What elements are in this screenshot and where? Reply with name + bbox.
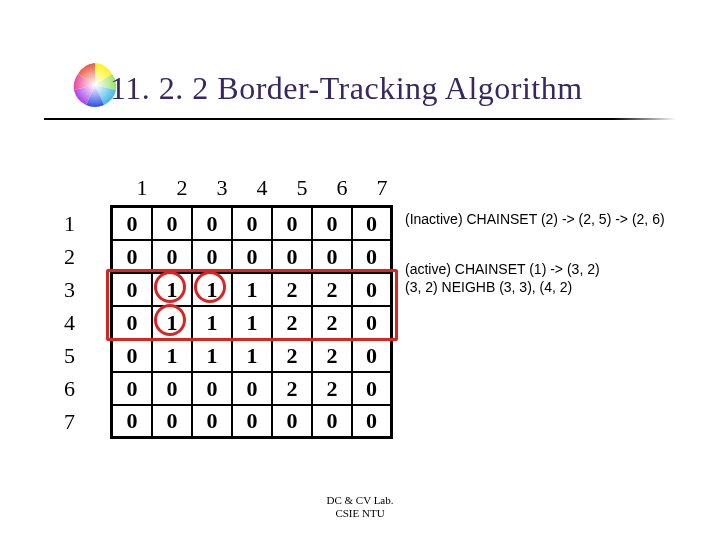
note-active-chainset: (active) CHAINSET (1) -> (3, 2) (3, 2) N… bbox=[405, 260, 600, 296]
grid-cell: 0 bbox=[113, 340, 153, 373]
grid-cell: 0 bbox=[353, 241, 393, 274]
grid-cell: 0 bbox=[313, 208, 353, 241]
slide-title: 11. 2. 2 Border-Tracking Algorithm bbox=[110, 70, 583, 107]
row-header: 5 bbox=[64, 339, 75, 372]
grid-row: 0000000 bbox=[113, 406, 393, 439]
grid-cell: 2 bbox=[313, 340, 353, 373]
grid-cell: 0 bbox=[113, 241, 153, 274]
row-header: 6 bbox=[64, 372, 75, 405]
col-header: 7 bbox=[362, 175, 402, 201]
grid-cell: 0 bbox=[193, 373, 233, 406]
column-headers: 1 2 3 4 5 6 7 bbox=[122, 175, 402, 201]
grid-cell: 0 bbox=[113, 373, 153, 406]
grid-cell: 0 bbox=[313, 406, 353, 439]
grid-cell: 0 bbox=[353, 340, 393, 373]
grid-row: 0111220 bbox=[113, 274, 393, 307]
grid-cell: 0 bbox=[353, 307, 393, 340]
grid-cell: 1 bbox=[233, 307, 273, 340]
grid-cell: 1 bbox=[233, 340, 273, 373]
note-inactive-chainset: (Inactive) CHAINSET (2) -> (2, 5) -> (2,… bbox=[405, 210, 665, 228]
grid-cell: 0 bbox=[113, 406, 153, 439]
grid-cell: 1 bbox=[153, 340, 193, 373]
col-header: 3 bbox=[202, 175, 242, 201]
footer: DC & CV Lab. CSIE NTU bbox=[0, 494, 720, 520]
grid-cell: 2 bbox=[313, 373, 353, 406]
grid-cell: 0 bbox=[233, 241, 273, 274]
note-active-line1: (active) CHAINSET (1) -> (3, 2) bbox=[405, 261, 600, 277]
col-header: 6 bbox=[322, 175, 362, 201]
grid-cell: 1 bbox=[193, 340, 233, 373]
grid-row: 0000000 bbox=[113, 208, 393, 241]
col-header: 4 bbox=[242, 175, 282, 201]
grid-cell: 2 bbox=[273, 340, 313, 373]
grid-cell: 0 bbox=[233, 373, 273, 406]
title-underline bbox=[44, 118, 676, 120]
footer-line2: CSIE NTU bbox=[335, 507, 384, 519]
col-header: 5 bbox=[282, 175, 322, 201]
grid-cell: 2 bbox=[313, 274, 353, 307]
grid-row: 0111220 bbox=[113, 307, 393, 340]
grid-cell: 2 bbox=[273, 307, 313, 340]
grid-cell: 1 bbox=[153, 307, 193, 340]
grid-cell: 2 bbox=[273, 274, 313, 307]
grid-cell: 0 bbox=[313, 241, 353, 274]
grid-cell: 1 bbox=[193, 307, 233, 340]
grid-cell: 0 bbox=[193, 406, 233, 439]
grid-cell: 0 bbox=[273, 208, 313, 241]
row-header: 3 bbox=[64, 273, 75, 306]
grid-cell: 0 bbox=[353, 208, 393, 241]
note-active-line2: (3, 2) NEIGHB (3, 3), (4, 2) bbox=[405, 279, 572, 295]
grid-cell: 1 bbox=[193, 274, 233, 307]
slide: 11. 2. 2 Border-Tracking Algorithm 1 2 3… bbox=[0, 0, 720, 540]
grid-cell: 0 bbox=[273, 241, 313, 274]
grid-cell: 0 bbox=[153, 241, 193, 274]
grid-row: 0000220 bbox=[113, 373, 393, 406]
grid-cell: 0 bbox=[113, 307, 153, 340]
grid-cell: 0 bbox=[273, 406, 313, 439]
grid-cell: 0 bbox=[113, 208, 153, 241]
grid-cell: 0 bbox=[153, 373, 193, 406]
col-header: 2 bbox=[162, 175, 202, 201]
grid-cell: 0 bbox=[113, 274, 153, 307]
grid-cell: 0 bbox=[193, 241, 233, 274]
matrix-grid: 0000000000000001112200111220011122000002… bbox=[110, 205, 393, 439]
grid-cell: 0 bbox=[193, 208, 233, 241]
grid-cell: 0 bbox=[353, 373, 393, 406]
row-header: 4 bbox=[64, 306, 75, 339]
grid-cell: 2 bbox=[273, 373, 313, 406]
grid-cell: 0 bbox=[353, 274, 393, 307]
row-header: 1 bbox=[64, 207, 75, 240]
grid-cell: 0 bbox=[353, 406, 393, 439]
grid-cell: 0 bbox=[233, 406, 273, 439]
grid-row: 0000000 bbox=[113, 241, 393, 274]
grid-cell: 0 bbox=[233, 208, 273, 241]
grid-cell: 1 bbox=[153, 274, 193, 307]
grid-cell: 1 bbox=[233, 274, 273, 307]
row-header: 7 bbox=[64, 405, 75, 438]
grid-row: 0111220 bbox=[113, 340, 393, 373]
grid-cell: 0 bbox=[153, 406, 193, 439]
col-header: 1 bbox=[122, 175, 162, 201]
grid-cell: 0 bbox=[153, 208, 193, 241]
footer-line1: DC & CV Lab. bbox=[326, 494, 393, 506]
row-headers: 1 2 3 4 5 6 7 bbox=[64, 207, 75, 438]
grid-cell: 2 bbox=[313, 307, 353, 340]
row-header: 2 bbox=[64, 240, 75, 273]
